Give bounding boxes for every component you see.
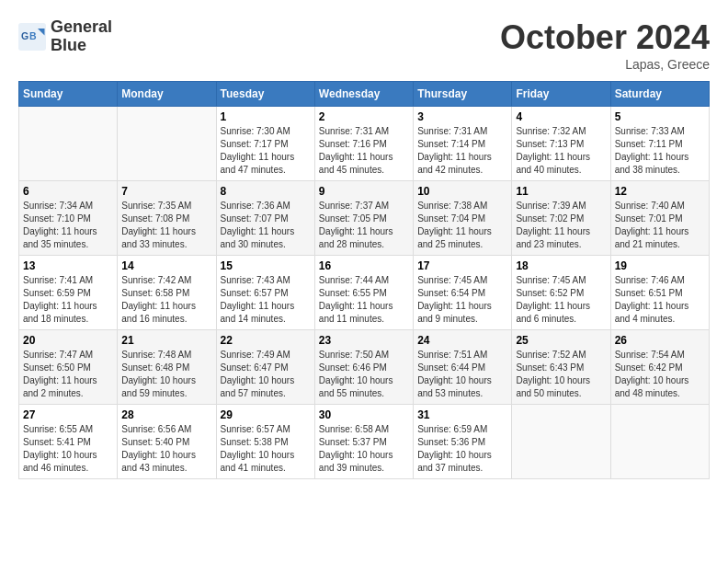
day-info: Sunrise: 7:31 AM Sunset: 7:16 PM Dayligh… <box>319 125 409 177</box>
day-info: Sunrise: 7:49 AM Sunset: 6:47 PM Dayligh… <box>221 349 311 400</box>
sunset: Sunset: 6:55 PM <box>319 288 387 298</box>
day-info: Sunrise: 7:42 AM Sunset: 6:58 PM Dayligh… <box>121 274 211 326</box>
weekday-header: Tuesday <box>216 82 314 107</box>
sunrise: Sunrise: 7:45 AM <box>417 275 487 285</box>
calendar-cell: 5 Sunrise: 7:33 AM Sunset: 7:11 PM Dayli… <box>610 107 709 181</box>
day-number: 10 <box>417 185 507 198</box>
sunset: Sunset: 7:13 PM <box>516 139 584 149</box>
day-number: 26 <box>615 334 705 347</box>
sunset: Sunset: 5:40 PM <box>121 437 189 447</box>
calendar-cell: 15 Sunrise: 7:43 AM Sunset: 6:57 PM Dayl… <box>216 256 314 330</box>
logo-icon: G B <box>18 23 46 51</box>
daylight: Daylight: 11 hours and 28 minutes. <box>319 226 393 249</box>
calendar-cell: 10 Sunrise: 7:38 AM Sunset: 7:04 PM Dayl… <box>414 181 512 256</box>
svg-text:G: G <box>21 30 28 41</box>
day-number: 22 <box>221 334 311 347</box>
calendar-table: SundayMondayTuesdayWednesdayThursdayFrid… <box>18 81 710 479</box>
weekday-header: Thursday <box>414 82 512 107</box>
calendar-cell <box>19 107 118 181</box>
sunset: Sunset: 7:14 PM <box>417 139 485 149</box>
sunset: Sunset: 7:16 PM <box>319 139 387 149</box>
day-number: 2 <box>319 110 409 123</box>
sunrise: Sunrise: 7:50 AM <box>319 350 389 360</box>
calendar-cell: 8 Sunrise: 7:36 AM Sunset: 7:07 PM Dayli… <box>216 181 314 256</box>
sunrise: Sunrise: 7:38 AM <box>417 201 487 211</box>
day-info: Sunrise: 7:32 AM Sunset: 7:13 PM Dayligh… <box>516 125 606 177</box>
daylight: Daylight: 10 hours and 46 minutes. <box>23 450 97 473</box>
daylight: Daylight: 11 hours and 23 minutes. <box>516 226 590 249</box>
weekday-header: Saturday <box>610 82 709 107</box>
day-number: 15 <box>221 259 311 272</box>
svg-text:B: B <box>29 30 37 41</box>
sunrise: Sunrise: 7:40 AM <box>615 201 685 211</box>
sunrise: Sunrise: 7:35 AM <box>121 201 191 211</box>
sunrise: Sunrise: 7:31 AM <box>417 126 487 136</box>
daylight: Daylight: 11 hours and 47 minutes. <box>221 152 295 175</box>
calendar-cell: 19 Sunrise: 7:46 AM Sunset: 6:51 PM Dayl… <box>610 256 709 330</box>
day-number: 19 <box>615 259 705 272</box>
day-info: Sunrise: 7:51 AM Sunset: 6:44 PM Dayligh… <box>417 349 507 400</box>
sunrise: Sunrise: 7:47 AM <box>23 350 93 360</box>
day-number: 14 <box>121 259 211 272</box>
day-number: 24 <box>417 334 507 347</box>
day-info: Sunrise: 6:57 AM Sunset: 5:38 PM Dayligh… <box>221 423 311 475</box>
day-info: Sunrise: 7:37 AM Sunset: 7:05 PM Dayligh… <box>319 200 409 251</box>
calendar-cell: 11 Sunrise: 7:39 AM Sunset: 7:02 PM Dayl… <box>512 181 610 256</box>
logo-line2: Blue <box>51 37 112 55</box>
day-info: Sunrise: 7:48 AM Sunset: 6:48 PM Dayligh… <box>121 349 211 400</box>
sunrise: Sunrise: 7:32 AM <box>516 126 586 136</box>
day-info: Sunrise: 7:41 AM Sunset: 6:59 PM Dayligh… <box>23 274 113 326</box>
sunrise: Sunrise: 7:33 AM <box>615 126 685 136</box>
day-info: Sunrise: 7:45 AM Sunset: 6:52 PM Dayligh… <box>516 274 606 326</box>
day-info: Sunrise: 7:43 AM Sunset: 6:57 PM Dayligh… <box>221 274 311 326</box>
daylight: Daylight: 11 hours and 14 minutes. <box>221 301 295 324</box>
sunrise: Sunrise: 7:48 AM <box>121 350 191 360</box>
weekday-header: Wednesday <box>314 82 413 107</box>
calendar-cell: 16 Sunrise: 7:44 AM Sunset: 6:55 PM Dayl… <box>314 256 413 330</box>
calendar-cell: 6 Sunrise: 7:34 AM Sunset: 7:10 PM Dayli… <box>19 181 118 256</box>
calendar-cell: 13 Sunrise: 7:41 AM Sunset: 6:59 PM Dayl… <box>19 256 118 330</box>
calendar-cell: 30 Sunrise: 6:58 AM Sunset: 5:37 PM Dayl… <box>314 405 413 479</box>
daylight: Daylight: 10 hours and 48 minutes. <box>615 375 689 398</box>
daylight: Daylight: 11 hours and 45 minutes. <box>319 152 393 175</box>
daylight: Daylight: 11 hours and 16 minutes. <box>121 301 196 324</box>
sunrise: Sunrise: 7:31 AM <box>319 126 389 136</box>
sunset: Sunset: 6:54 PM <box>417 288 485 298</box>
calendar-cell: 1 Sunrise: 7:30 AM Sunset: 7:17 PM Dayli… <box>216 107 314 181</box>
day-info: Sunrise: 7:46 AM Sunset: 6:51 PM Dayligh… <box>615 274 705 326</box>
daylight: Daylight: 11 hours and 42 minutes. <box>417 152 492 175</box>
calendar-week-row: 1 Sunrise: 7:30 AM Sunset: 7:17 PM Dayli… <box>19 107 710 181</box>
month-title: October 2024 <box>500 18 710 57</box>
sunrise: Sunrise: 7:37 AM <box>319 201 389 211</box>
day-number: 31 <box>417 408 507 421</box>
day-info: Sunrise: 7:34 AM Sunset: 7:10 PM Dayligh… <box>23 200 113 251</box>
day-info: Sunrise: 7:52 AM Sunset: 6:43 PM Dayligh… <box>516 349 606 400</box>
calendar-cell: 7 Sunrise: 7:35 AM Sunset: 7:08 PM Dayli… <box>118 181 216 256</box>
sunset: Sunset: 7:10 PM <box>23 213 91 224</box>
daylight: Daylight: 10 hours and 43 minutes. <box>121 450 196 473</box>
daylight: Daylight: 11 hours and 25 minutes. <box>417 226 492 249</box>
day-number: 17 <box>417 259 507 272</box>
sunrise: Sunrise: 7:34 AM <box>23 201 93 211</box>
day-info: Sunrise: 6:58 AM Sunset: 5:37 PM Dayligh… <box>319 423 409 475</box>
daylight: Daylight: 11 hours and 4 minutes. <box>615 301 689 324</box>
calendar-cell: 23 Sunrise: 7:50 AM Sunset: 6:46 PM Dayl… <box>314 330 413 405</box>
sunset: Sunset: 6:44 PM <box>417 362 485 373</box>
weekday-header-row: SundayMondayTuesdayWednesdayThursdayFrid… <box>19 82 710 107</box>
day-info: Sunrise: 6:56 AM Sunset: 5:40 PM Dayligh… <box>121 423 211 475</box>
sunrise: Sunrise: 7:43 AM <box>221 275 290 285</box>
weekday-header: Monday <box>118 82 216 107</box>
weekday-header: Friday <box>512 82 610 107</box>
logo: G B General Blue <box>18 18 112 55</box>
day-number: 28 <box>121 408 211 421</box>
day-info: Sunrise: 7:33 AM Sunset: 7:11 PM Dayligh… <box>615 125 705 177</box>
sunrise: Sunrise: 6:59 AM <box>417 424 487 434</box>
logo-line1: General <box>51 18 112 37</box>
sunrise: Sunrise: 7:52 AM <box>516 350 586 360</box>
sunset: Sunset: 6:46 PM <box>319 362 387 373</box>
calendar-cell: 14 Sunrise: 7:42 AM Sunset: 6:58 PM Dayl… <box>118 256 216 330</box>
sunrise: Sunrise: 7:42 AM <box>121 275 191 285</box>
sunrise: Sunrise: 7:39 AM <box>516 201 586 211</box>
calendar-cell: 28 Sunrise: 6:56 AM Sunset: 5:40 PM Dayl… <box>118 405 216 479</box>
sunrise: Sunrise: 7:51 AM <box>417 350 487 360</box>
